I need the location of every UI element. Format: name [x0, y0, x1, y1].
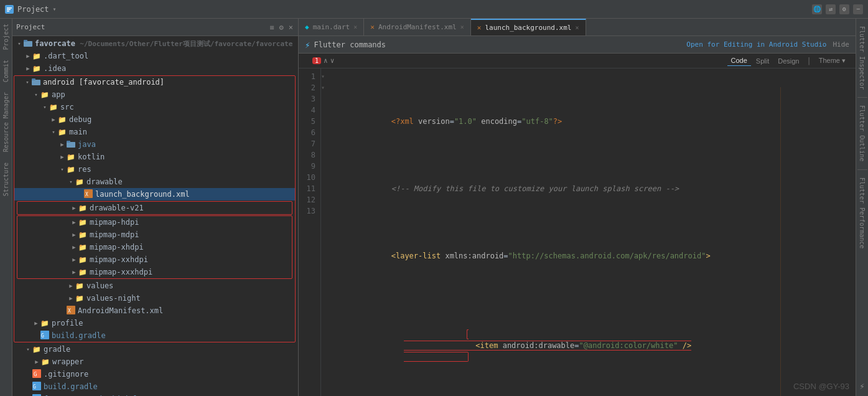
sidebar-tab-project[interactable]: Project [1, 19, 11, 55]
sidebar-tab-structure[interactable]: Structure [1, 158, 11, 201]
mipmap-xxxhdpi-chevron[interactable]: ▶ [70, 268, 78, 276]
tree-iml[interactable]: ▶ iml favorcate_android.iml [12, 393, 298, 396]
tree-dart-tool[interactable]: ▶ 📁 .dart_tool [12, 50, 298, 62]
tab-launch-bg-close[interactable]: × [575, 24, 579, 31]
tree-app[interactable]: ▾ 📁 app [14, 88, 295, 101]
xml-tab-icon-2: ✕ [477, 24, 482, 32]
tree-mipmap-xhdpi[interactable]: ▶ 📁 mipmap-xhdpi [17, 241, 292, 253]
mipmap-xhdpi-label: mipmap-xhdpi [90, 243, 144, 252]
sidebar-tab-commit[interactable]: Commit [1, 55, 11, 87]
values-night-chevron[interactable]: ▶ [67, 294, 75, 303]
nav-down-icon[interactable]: ∨ [330, 57, 335, 65]
project-title[interactable]: Project [17, 5, 49, 14]
theme-btn[interactable]: Theme ▾ [815, 55, 849, 66]
svg-text:G: G [33, 384, 36, 390]
tree-debug[interactable]: ▶ 📁 debug [14, 113, 295, 126]
res-chevron[interactable]: ▾ [58, 165, 67, 174]
profile-chevron[interactable]: ▶ [32, 319, 40, 328]
code-view-btn[interactable]: Code [727, 55, 751, 66]
dropdown-icon[interactable]: ▾ [53, 6, 57, 12]
tree-gitignore[interactable]: ▶ G .gitignore [12, 368, 298, 380]
tree-build-gradle-app[interactable]: ▶ G build.gradle [14, 329, 295, 342]
open-in-android-studio-link[interactable]: Open for Editing in Android Studio [686, 40, 826, 49]
main-chevron[interactable]: ▾ [49, 128, 58, 136]
tab-androidmanifest-close[interactable]: × [460, 24, 464, 31]
drawable-v21-outline: ▶ 📁 drawable-v21 [17, 201, 292, 215]
tree-androidmanifest[interactable]: ▶ X AndroidManifest.xml [14, 304, 295, 317]
tab-main-dart-close[interactable]: × [353, 24, 357, 31]
tree-wrapper[interactable]: ▶ 📁 wrapper [12, 356, 298, 368]
tree-values-night[interactable]: ▶ 📁 values-night [14, 292, 295, 304]
tab-androidmanifest[interactable]: ✕ AndroidManifest.xml × [364, 19, 471, 35]
tree-android[interactable]: ▾ android [favorcate_android] [14, 76, 295, 88]
settings-btn[interactable]: ⚙ [839, 4, 849, 14]
tree-gradle[interactable]: ▾ 📁 gradle [12, 343, 298, 356]
tree-mipmap-xxxhdpi[interactable]: ▶ 📁 mipmap-xxxhdpi [17, 266, 292, 278]
hide-btn[interactable]: Hide [833, 40, 850, 49]
debug-chevron[interactable]: ▶ [49, 115, 58, 124]
mipmap-xxhdpi-chevron[interactable]: ▶ [70, 255, 78, 264]
tree-java[interactable]: ▶ java [14, 138, 295, 151]
tree-idea[interactable]: ▶ 📁 .idea [12, 62, 298, 75]
drawable-chevron[interactable]: ▾ [67, 177, 75, 186]
tree-main[interactable]: ▾ 📁 main [14, 126, 295, 138]
design-view-btn[interactable]: Design [774, 56, 803, 66]
fold-3[interactable]: ▾ [321, 71, 330, 82]
sync-btn[interactable]: ⇄ [826, 4, 836, 14]
java-label: java [78, 140, 96, 149]
mipmap-xhdpi-chevron[interactable]: ▶ [70, 243, 78, 252]
tree-profile[interactable]: ▶ 📁 profile [14, 317, 295, 329]
tree-values[interactable]: ▶ 📁 values [14, 280, 295, 292]
tree-mipmap-hdpi[interactable]: ▶ 📁 mipmap-hdpi [17, 216, 292, 229]
split-view-btn[interactable]: Split [752, 56, 773, 66]
idea-chevron[interactable]: ▶ [24, 64, 32, 73]
minimize-btn[interactable]: − [853, 4, 863, 14]
tree-src[interactable]: ▾ 📁 src [14, 101, 295, 113]
main-label: main [69, 128, 87, 136]
mipmap-group-outline: ▶ 📁 mipmap-hdpi ▶ 📁 mipmap-mdpi [17, 215, 292, 279]
drawable-v21-chevron[interactable]: ▶ [70, 204, 78, 212]
nav-up-icon[interactable]: ∧ [324, 57, 328, 65]
collapse-icon[interactable]: ≡ [268, 22, 275, 33]
tree-build-gradle-root[interactable]: ▶ G build.gradle [12, 380, 298, 393]
close-icon[interactable]: × [287, 22, 294, 33]
kotlin-chevron[interactable]: ▶ [58, 153, 67, 161]
mipmap-xxxhdpi-label: mipmap-xxxhdpi [90, 268, 152, 276]
mipmap-hdpi-chevron[interactable]: ▶ [70, 218, 78, 227]
tree-root[interactable]: ▾ favorcate ~/Documents/Other/Flutter项目测… [12, 37, 298, 50]
app-chevron[interactable]: ▾ [32, 90, 40, 99]
fold-7[interactable]: ▾ [321, 82, 330, 93]
globe-btn[interactable]: 🌐 [812, 4, 822, 14]
gradle-chevron[interactable]: ▾ [24, 345, 32, 354]
tree-mipmap-mdpi[interactable]: ▶ 📁 mipmap-mdpi [17, 229, 292, 241]
mipmap-mdpi-chevron[interactable]: ▶ [70, 230, 78, 239]
sidebar-tab-resource[interactable]: Resource Manager [1, 87, 11, 157]
right-tab-inspector[interactable]: Flutter Inspector [857, 21, 867, 95]
root-chevron[interactable]: ▾ [15, 39, 24, 48]
tree-res[interactable]: ▾ 📁 res [14, 163, 295, 176]
tree-drawable-v21[interactable]: ▶ 📁 drawable-v21 [17, 202, 292, 214]
tree-mipmap-xxhdpi[interactable]: ▶ 📁 mipmap-xxhdpi [17, 253, 292, 266]
right-tab-performance[interactable]: Flutter Performance [857, 172, 867, 253]
settings-icon[interactable]: ⚙ [278, 22, 285, 33]
device-icon[interactable]: ⚡ [859, 381, 864, 396]
tab-main-dart-label: main.dart [313, 23, 350, 31]
dart-tool-chevron[interactable]: ▶ [24, 52, 32, 60]
wrapper-chevron[interactable]: ▶ [32, 357, 41, 366]
android-chevron[interactable]: ▾ [23, 78, 32, 87]
right-divider-2 [857, 169, 867, 170]
tree-drawable[interactable]: ▾ 📁 drawable [14, 176, 295, 188]
code-content[interactable]: <?xml version="1.0" encoding="utf-8"?> <… [330, 68, 856, 396]
tree-launch-bg[interactable]: ▶ X launch_background.xml [14, 188, 295, 200]
src-chevron[interactable]: ▾ [40, 103, 49, 111]
tab-launch-bg[interactable]: ✕ launch_background.xml × [471, 19, 586, 35]
mipmap-hdpi-icon: 📁 [78, 219, 87, 227]
tree-kotlin[interactable]: ▶ 📁 kotlin [14, 151, 295, 163]
code-editor[interactable]: 1 2 3 4 5 6 7 8 9 10 11 12 13 [299, 68, 856, 396]
java-chevron[interactable]: ▶ [58, 140, 67, 149]
values-chevron[interactable]: ▶ [67, 281, 75, 290]
tab-main-dart[interactable]: ◆ main.dart × [299, 19, 364, 35]
project-tree[interactable]: ▾ favorcate ~/Documents/Other/Flutter项目测… [12, 36, 298, 396]
idea-label: .idea [44, 64, 66, 73]
right-tab-outline[interactable]: Flutter Outline [857, 100, 867, 166]
